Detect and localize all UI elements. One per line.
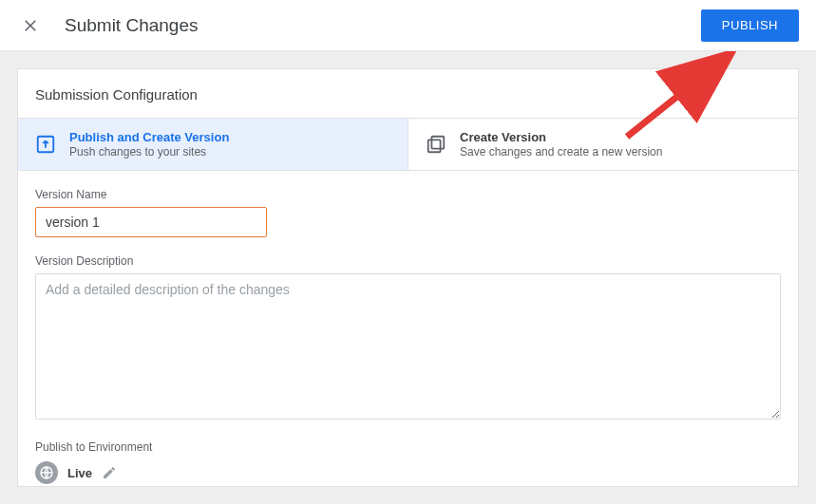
option-subtitle: Save changes and create a new version bbox=[460, 145, 662, 159]
env-name: Live bbox=[67, 466, 92, 480]
dialog-header: Submit Changes PUBLISH bbox=[0, 0, 816, 51]
close-icon[interactable] bbox=[13, 9, 47, 43]
option-publish-create-version[interactable]: Publish and Create Version Push changes … bbox=[18, 119, 408, 170]
env-row: Live bbox=[35, 461, 781, 484]
dialog-title: Submit Changes bbox=[65, 15, 198, 36]
option-create-version[interactable]: Create Version Save changes and create a… bbox=[408, 119, 798, 170]
version-desc-label: Version Description bbox=[35, 254, 781, 268]
version-desc-textarea[interactable] bbox=[35, 273, 781, 420]
edit-env-icon[interactable] bbox=[102, 465, 117, 480]
publish-env-label: Publish to Environment bbox=[35, 440, 781, 454]
publish-button[interactable]: PUBLISH bbox=[701, 9, 799, 42]
card-title: Submission Configuration bbox=[18, 69, 798, 118]
svg-rect-5 bbox=[431, 137, 444, 149]
option-subtitle: Push changes to your sites bbox=[69, 145, 229, 159]
version-name-label: Version Name bbox=[35, 188, 781, 201]
globe-icon bbox=[35, 461, 58, 484]
submission-card: Submission Configuration Publish and Cre… bbox=[17, 68, 799, 487]
version-name-input[interactable] bbox=[35, 207, 267, 237]
option-title: Create Version bbox=[460, 130, 662, 144]
submission-options: Publish and Create Version Push changes … bbox=[18, 118, 798, 171]
dialog-body: Submission Configuration Publish and Cre… bbox=[0, 51, 816, 504]
version-icon bbox=[426, 134, 446, 155]
option-title: Publish and Create Version bbox=[69, 130, 229, 144]
form-area: Version Name Version Description Publish… bbox=[18, 171, 798, 501]
svg-rect-6 bbox=[428, 140, 441, 152]
publish-icon bbox=[35, 134, 56, 155]
